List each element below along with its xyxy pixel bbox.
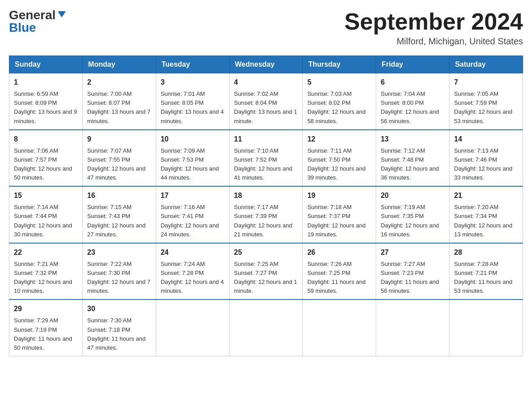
day-number: 2 — [87, 77, 151, 88]
svg-marker-0 — [58, 11, 66, 17]
day-info: Sunrise: 7:06 AMSunset: 7:57 PMDaylight:… — [14, 146, 78, 183]
day-number: 14 — [454, 134, 518, 145]
calendar-cell: 8Sunrise: 7:06 AMSunset: 7:57 PMDaylight… — [9, 130, 83, 187]
day-info: Sunrise: 7:28 AMSunset: 7:21 PMDaylight:… — [454, 260, 518, 296]
day-number: 11 — [234, 134, 298, 145]
day-number: 16 — [87, 190, 151, 201]
day-info: Sunrise: 7:17 AMSunset: 7:39 PMDaylight:… — [234, 203, 298, 239]
day-number: 4 — [234, 77, 298, 88]
day-info: Sunrise: 7:02 AMSunset: 8:04 PMDaylight:… — [234, 90, 298, 126]
calendar-cell — [156, 300, 229, 356]
calendar-cell: 2Sunrise: 7:00 AMSunset: 8:07 PMDaylight… — [82, 73, 156, 130]
column-header-monday: Monday — [82, 56, 156, 73]
calendar-cell: 11Sunrise: 7:10 AMSunset: 7:52 PMDayligh… — [229, 130, 303, 187]
day-info: Sunrise: 7:12 AMSunset: 7:48 PMDaylight:… — [381, 146, 445, 183]
calendar-cell: 12Sunrise: 7:11 AMSunset: 7:50 PMDayligh… — [303, 130, 376, 187]
calendar-cell: 7Sunrise: 7:05 AMSunset: 7:59 PMDaylight… — [450, 73, 523, 130]
calendar-week-row: 29Sunrise: 7:29 AMSunset: 7:19 PMDayligh… — [9, 300, 523, 356]
column-header-tuesday: Tuesday — [156, 56, 229, 73]
calendar-cell — [229, 300, 303, 356]
calendar-cell: 1Sunrise: 6:59 AMSunset: 8:09 PMDaylight… — [9, 73, 83, 130]
day-info: Sunrise: 7:19 AMSunset: 7:35 PMDaylight:… — [381, 203, 445, 239]
title-block: September 2024 Milford, Michigan, United… — [344, 9, 523, 47]
logo-general: General — [9, 9, 56, 21]
day-info: Sunrise: 6:59 AMSunset: 8:09 PMDaylight:… — [14, 90, 78, 126]
calendar-cell — [303, 300, 376, 356]
day-number: 6 — [381, 77, 445, 88]
calendar-week-row: 22Sunrise: 7:21 AMSunset: 7:32 PMDayligh… — [9, 243, 523, 300]
day-number: 13 — [381, 134, 445, 145]
day-info: Sunrise: 7:27 AMSunset: 7:23 PMDaylight:… — [381, 260, 445, 296]
logo-triangle-icon — [57, 9, 67, 19]
day-number: 12 — [307, 134, 371, 145]
day-info: Sunrise: 7:09 AMSunset: 7:53 PMDaylight:… — [161, 146, 225, 183]
calendar-cell: 6Sunrise: 7:04 AMSunset: 8:00 PMDaylight… — [376, 73, 450, 130]
calendar-cell: 9Sunrise: 7:07 AMSunset: 7:55 PMDaylight… — [82, 130, 156, 187]
day-info: Sunrise: 7:13 AMSunset: 7:46 PMDaylight:… — [454, 146, 518, 183]
calendar-cell: 16Sunrise: 7:15 AMSunset: 7:43 PMDayligh… — [82, 186, 156, 243]
location-subtitle: Milford, Michigan, United States — [344, 36, 523, 47]
calendar-cell — [376, 300, 450, 356]
day-info: Sunrise: 7:03 AMSunset: 8:02 PMDaylight:… — [307, 90, 371, 126]
day-info: Sunrise: 7:26 AMSunset: 7:25 PMDaylight:… — [307, 260, 371, 296]
day-info: Sunrise: 7:21 AMSunset: 7:32 PMDaylight:… — [14, 260, 78, 296]
day-number: 15 — [14, 190, 78, 201]
day-number: 17 — [161, 190, 225, 201]
day-info: Sunrise: 7:20 AMSunset: 7:34 PMDaylight:… — [454, 203, 518, 239]
calendar-cell: 17Sunrise: 7:16 AMSunset: 7:41 PMDayligh… — [156, 186, 229, 243]
day-number: 29 — [14, 304, 78, 314]
calendar-header-row: SundayMondayTuesdayWednesdayThursdayFrid… — [9, 56, 523, 73]
day-number: 20 — [381, 190, 445, 201]
calendar-cell: 28Sunrise: 7:28 AMSunset: 7:21 PMDayligh… — [450, 243, 523, 300]
month-year-title: September 2024 — [344, 9, 523, 34]
calendar-cell: 18Sunrise: 7:17 AMSunset: 7:39 PMDayligh… — [229, 186, 303, 243]
day-info: Sunrise: 7:04 AMSunset: 8:00 PMDaylight:… — [381, 90, 445, 126]
day-info: Sunrise: 7:29 AMSunset: 7:19 PMDaylight:… — [14, 316, 78, 352]
calendar-cell: 13Sunrise: 7:12 AMSunset: 7:48 PMDayligh… — [376, 130, 450, 187]
day-info: Sunrise: 7:18 AMSunset: 7:37 PMDaylight:… — [307, 203, 371, 239]
day-info: Sunrise: 7:24 AMSunset: 7:28 PMDaylight:… — [161, 260, 225, 296]
calendar-cell — [450, 300, 523, 356]
day-info: Sunrise: 7:16 AMSunset: 7:41 PMDaylight:… — [161, 203, 225, 239]
calendar-cell: 24Sunrise: 7:24 AMSunset: 7:28 PMDayligh… — [156, 243, 229, 300]
day-number: 21 — [454, 190, 518, 201]
column-header-sunday: Sunday — [9, 56, 83, 73]
calendar-cell: 19Sunrise: 7:18 AMSunset: 7:37 PMDayligh… — [303, 186, 376, 243]
page-header: General Blue September 2024 Milford, Mic… — [9, 9, 523, 47]
day-number: 3 — [161, 77, 225, 88]
column-header-friday: Friday — [376, 56, 450, 73]
day-info: Sunrise: 7:07 AMSunset: 7:55 PMDaylight:… — [87, 146, 151, 183]
day-number: 27 — [381, 247, 445, 258]
calendar-cell: 29Sunrise: 7:29 AMSunset: 7:19 PMDayligh… — [9, 300, 83, 356]
day-info: Sunrise: 7:25 AMSunset: 7:27 PMDaylight:… — [234, 260, 298, 296]
calendar-week-row: 15Sunrise: 7:14 AMSunset: 7:44 PMDayligh… — [9, 186, 523, 243]
logo: General Blue — [9, 9, 67, 34]
calendar-cell: 20Sunrise: 7:19 AMSunset: 7:35 PMDayligh… — [376, 186, 450, 243]
calendar-cell: 10Sunrise: 7:09 AMSunset: 7:53 PMDayligh… — [156, 130, 229, 187]
day-number: 7 — [454, 77, 518, 88]
day-number: 18 — [234, 190, 298, 201]
day-info: Sunrise: 7:01 AMSunset: 8:05 PMDaylight:… — [161, 90, 225, 126]
calendar-cell: 26Sunrise: 7:26 AMSunset: 7:25 PMDayligh… — [303, 243, 376, 300]
day-info: Sunrise: 7:22 AMSunset: 7:30 PMDaylight:… — [87, 260, 151, 296]
column-header-wednesday: Wednesday — [229, 56, 303, 73]
day-info: Sunrise: 7:10 AMSunset: 7:52 PMDaylight:… — [234, 146, 298, 183]
calendar-cell: 14Sunrise: 7:13 AMSunset: 7:46 PMDayligh… — [450, 130, 523, 187]
day-number: 19 — [307, 190, 371, 201]
day-info: Sunrise: 7:11 AMSunset: 7:50 PMDaylight:… — [307, 146, 371, 183]
calendar-cell: 23Sunrise: 7:22 AMSunset: 7:30 PMDayligh… — [82, 243, 156, 300]
calendar-cell: 4Sunrise: 7:02 AMSunset: 8:04 PMDaylight… — [229, 73, 303, 130]
day-info: Sunrise: 7:14 AMSunset: 7:44 PMDaylight:… — [14, 203, 78, 239]
calendar-cell: 30Sunrise: 7:30 AMSunset: 7:18 PMDayligh… — [82, 300, 156, 356]
calendar-cell: 21Sunrise: 7:20 AMSunset: 7:34 PMDayligh… — [450, 186, 523, 243]
day-info: Sunrise: 7:00 AMSunset: 8:07 PMDaylight:… — [87, 90, 151, 126]
column-header-saturday: Saturday — [450, 56, 523, 73]
day-number: 10 — [161, 134, 225, 145]
day-info: Sunrise: 7:05 AMSunset: 7:59 PMDaylight:… — [454, 90, 518, 126]
day-info: Sunrise: 7:15 AMSunset: 7:43 PMDaylight:… — [87, 203, 151, 239]
day-number: 1 — [14, 77, 78, 88]
calendar-cell: 25Sunrise: 7:25 AMSunset: 7:27 PMDayligh… — [229, 243, 303, 300]
day-number: 23 — [87, 247, 151, 258]
calendar-table: SundayMondayTuesdayWednesdayThursdayFrid… — [9, 56, 523, 356]
day-number: 26 — [307, 247, 371, 258]
